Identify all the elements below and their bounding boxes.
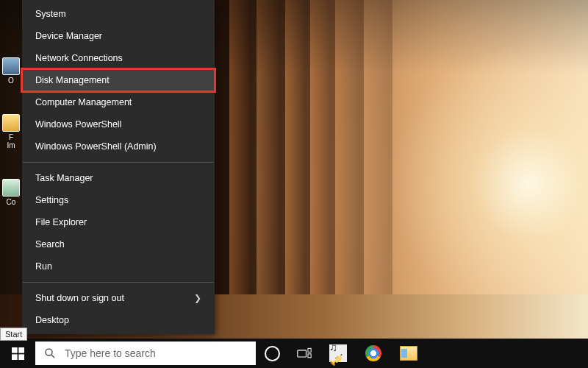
svg-rect-8 [308,354,311,358]
winx-item-run[interactable]: Run [22,255,215,277]
start-button[interactable] [0,339,35,368]
winx-item-windows-powershell[interactable]: Windows PowerShell [22,113,215,135]
file-explorer-icon [400,346,417,361]
winx-separator [23,162,214,163]
desktop-icon-label: O [8,77,14,85]
search-placeholder: Type here to search [65,347,156,359]
winx-item-file-explorer[interactable]: File Explorer [22,211,215,233]
winx-item-label: Windows PowerShell (Admin) [35,141,157,152]
windows-logo-icon [12,347,24,360]
svg-rect-3 [18,354,24,360]
winx-item-label: Search [35,239,65,250]
winx-item-windows-powershell-admin[interactable]: Windows PowerShell (Admin) [22,135,215,158]
task-view-icon [297,347,312,359]
winx-item-label: System [35,9,66,19]
desktop-icon-label: Co [7,198,16,206]
cortana-icon [265,346,280,361]
winx-item-shut-down-or-sign-out[interactable]: Shut down or sign out ❯ [22,287,215,309]
winx-item-label: Run [35,261,52,272]
svg-rect-7 [308,348,311,352]
winx-item-system[interactable]: System [22,3,215,25]
winx-item-search[interactable]: Search [22,233,215,255]
svg-point-4 [46,349,52,355]
taskbar-app-chrome[interactable] [356,339,391,368]
winx-item-disk-management[interactable]: Disk Management [22,69,215,91]
desktop-icon-label: Im [7,141,15,149]
music-icon: ♫🎺 [329,344,347,362]
winx-item-label: Shut down or sign out [35,293,124,303]
tooltip-text: Start [5,330,22,339]
winx-item-computer-management[interactable]: Computer Management [22,91,215,113]
winx-item-desktop[interactable]: Desktop [22,309,215,331]
bin-icon [2,179,20,197]
taskbar-app-file-explorer[interactable] [391,339,426,368]
start-tooltip: Start [0,328,27,341]
task-view-button[interactable] [288,339,320,368]
taskbar-app-music[interactable]: ♫🎺 [320,339,356,368]
winx-item-settings[interactable]: Settings [22,189,215,211]
taskbar-pinned-apps: ♫🎺 [320,339,426,368]
svg-rect-2 [12,354,18,360]
chrome-icon [365,345,381,361]
svg-line-5 [51,355,54,358]
chevron-right-icon: ❯ [194,293,201,303]
winx-item-label: Device Manager [35,31,102,41]
desktop-icon-1[interactable]: F Im [0,114,22,149]
winx-item-network-connections[interactable]: Network Connections [22,47,215,69]
search-icon [44,347,56,359]
svg-rect-1 [18,347,24,353]
pc-icon [2,57,20,75]
winx-item-task-manager[interactable]: Task Manager [22,167,215,189]
cortana-button[interactable] [256,339,288,368]
winx-item-device-manager[interactable]: Device Manager [22,25,215,47]
desktop-icon-0[interactable]: O [0,57,22,85]
desktop-icons: O F Im Co [0,57,22,236]
winx-item-label: Task Manager [35,173,93,183]
taskbar: Type here to search ♫🎺 [0,339,588,368]
winx-item-label: File Explorer [35,217,87,227]
winx-item-label: Computer Management [35,97,132,107]
winx-menu: System Device Manager Network Connection… [22,0,215,334]
winx-item-label: Desktop [35,315,69,325]
winx-item-label: Network Connections [35,53,123,63]
svg-rect-6 [298,350,306,357]
winx-item-label: Settings [35,195,68,205]
winx-separator [23,282,214,283]
desktop-icon-2[interactable]: Co [0,179,22,206]
desktop-icon-label: F [9,133,13,141]
winx-item-label: Disk Management [35,75,110,85]
taskbar-search[interactable]: Type here to search [35,342,256,365]
svg-rect-0 [12,347,18,353]
folder-icon [2,114,20,132]
winx-item-label: Windows PowerShell [35,119,121,130]
